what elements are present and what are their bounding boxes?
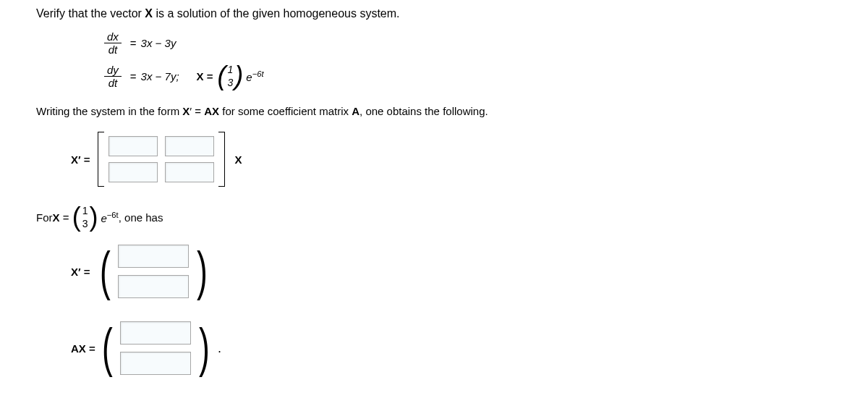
dxdt-fraction: dx dt <box>104 30 122 56</box>
big-left-paren-icon: ( <box>99 245 110 298</box>
coeff-matrix-bracket <box>98 132 225 187</box>
dydt-fraction: dy dt <box>104 64 122 89</box>
forx-exp-value: −6t <box>107 211 119 219</box>
matrix-entry-11[interactable] <box>109 136 158 156</box>
ax-entry-1[interactable] <box>120 321 191 345</box>
matrix-entry-21[interactable] <box>109 162 158 182</box>
lead1-pre: Writing the system in the form <box>36 105 182 117</box>
forx-top: 1 <box>82 204 88 217</box>
dy-den: dt <box>104 77 122 89</box>
xprime-entry-2[interactable] <box>118 275 189 298</box>
coeff-matrix-grid <box>104 132 218 187</box>
matrix-entry-12[interactable] <box>165 136 214 156</box>
xprime2-label: X′ = <box>71 266 90 278</box>
lead1-xprime: X <box>182 105 190 117</box>
question-prompt: Verify that the vector X is a solution o… <box>36 7 832 20</box>
xprime-big-paren: ( ) <box>96 240 211 303</box>
lead1-prime: ′ = <box>190 105 204 117</box>
x-def-top: 1 <box>228 63 234 76</box>
eq1-equals: = <box>130 37 137 49</box>
eq1-rhs: 3x − 3y <box>141 37 176 49</box>
exp-base: e <box>246 71 252 83</box>
forx-x: X <box>53 211 60 224</box>
ax-entry-2[interactable] <box>120 352 191 375</box>
forx-post: , one has <box>119 211 163 224</box>
xprime-entry-1[interactable] <box>118 245 189 268</box>
forx-exp-base: e <box>101 212 106 224</box>
xprime-vector-row: X′ = ( ) <box>71 240 832 303</box>
forx-bot: 3 <box>82 217 88 230</box>
eq-row-1: dx dt = 3x − 3y <box>100 30 832 56</box>
ax-label: AX = <box>71 342 95 355</box>
forx-exp: e−6t <box>101 211 118 224</box>
dy-num: dy <box>104 64 122 77</box>
x-def-paren: ( 1 3 ) <box>218 63 244 89</box>
bracket-right-icon <box>218 132 225 187</box>
lead1-mid: for some coefficient matrix <box>219 105 352 117</box>
big-right-paren-icon: ) <box>197 245 208 298</box>
forx-pre-1: For <box>36 211 53 224</box>
ax-big-paren: ( ) <box>98 317 213 379</box>
right-paren-icon: ) <box>234 63 243 89</box>
eq-row-2: dy dt = 3x − 7y; X = ( 1 3 ) e−6t <box>100 63 832 89</box>
lead1-post: , one obtains the following. <box>359 105 488 117</box>
eq2-equals: = <box>130 70 137 83</box>
prompt-pre: Verify that the vector <box>36 7 145 20</box>
forx-vector: 1 3 <box>81 204 90 230</box>
matrix-row-1: X′ = X <box>71 132 832 187</box>
right-paren-icon-2: ) <box>89 204 98 230</box>
ax-vector-row: AX = ( ) . <box>71 317 832 379</box>
x-def-label: X = <box>197 70 213 83</box>
exp-value: −6t <box>252 69 264 78</box>
forx-equals: = <box>60 211 72 224</box>
prompt-post: is a solution of the given homogeneous s… <box>153 7 400 20</box>
ax-vector-grid <box>116 317 195 379</box>
ax-period: . <box>218 341 221 356</box>
left-paren-icon-2: ( <box>72 204 81 230</box>
x-def-vector: 1 3 <box>226 63 235 89</box>
dx-den: dt <box>104 43 122 56</box>
x-def-bot: 3 <box>228 76 234 89</box>
xprime-label: X′ = <box>71 153 90 166</box>
lead-text-1: Writing the system in the form X′ = AX f… <box>36 105 832 117</box>
xprime-vector-grid <box>114 240 193 303</box>
for-x-row: For X = ( 1 3 ) e−6t , one has <box>36 204 832 230</box>
matrix-entry-22[interactable] <box>165 162 214 182</box>
dx-num: dx <box>104 30 122 43</box>
forx-paren: ( 1 3 ) <box>72 204 98 230</box>
eq2-rhs: 3x − 7y; <box>141 70 179 83</box>
big-left-paren-icon-2: ( <box>102 321 113 375</box>
bracket-left-icon <box>98 132 104 187</box>
left-paren-icon: ( <box>218 63 226 89</box>
big-right-paren-icon-2: ) <box>199 321 210 375</box>
after-matrix-x: X <box>235 153 242 166</box>
prompt-x: X <box>145 7 153 20</box>
lead1-a: AX <box>204 105 219 117</box>
equation-block: dx dt = 3x − 3y dy dt = 3x − 7y; X = ( 1… <box>100 30 832 89</box>
lead1-abold: A <box>352 105 359 117</box>
x-def-exp: e−6t <box>246 69 263 83</box>
